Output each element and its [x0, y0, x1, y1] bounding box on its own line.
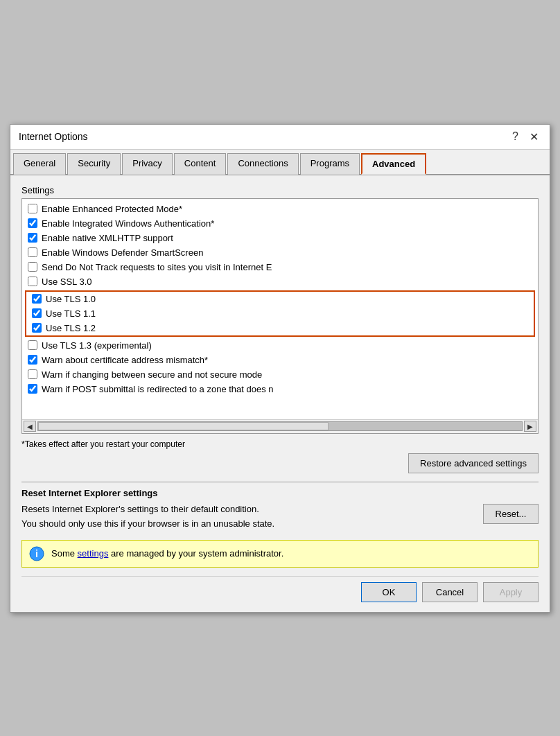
reset-section: Reset Internet Explorer settings Resets …	[21, 482, 539, 533]
setting-item-s6: Use SSL 3.0	[22, 274, 538, 289]
checkbox-s8[interactable]	[32, 308, 42, 318]
setting-item-s7: Use TLS 1.0	[26, 292, 534, 306]
title-bar: Internet Options ? ✕	[10, 125, 550, 150]
settings-group-label: Settings	[21, 185, 539, 195]
label-s9: Use TLS 1.2	[46, 323, 96, 333]
checkbox-s10[interactable]	[28, 340, 37, 350]
tab-security[interactable]: Security	[67, 153, 121, 175]
setting-item-s4: Enable Windows Defender SmartScreen	[22, 245, 538, 260]
reset-desc2: You should only use this if your browser…	[21, 518, 472, 529]
label-s1: Enable Enhanced Protected Mode*	[42, 204, 182, 214]
tab-general[interactable]: General	[13, 153, 66, 175]
setting-item-s13: Warn if POST submittal is redirected to …	[22, 382, 538, 396]
tab-bar: GeneralSecurityPrivacyContentConnections…	[10, 150, 550, 175]
setting-item-s5: Send Do Not Track requests to sites you …	[22, 260, 538, 274]
reset-text: Resets Internet Explorer's settings to t…	[21, 504, 472, 533]
checkbox-s9[interactable]	[32, 323, 42, 333]
info-bar-text: Some settings are managed by your system…	[51, 548, 283, 559]
restore-area: Restore advanced settings	[21, 453, 539, 473]
setting-item-s11: Warn about certificate address mismatch*	[22, 353, 538, 367]
label-s13: Warn if POST submittal is redirected to …	[42, 384, 274, 394]
checkbox-s4[interactable]	[28, 247, 37, 257]
label-s12: Warn if changing between secure and not …	[42, 369, 262, 380]
reset-button[interactable]: Reset...	[483, 504, 539, 524]
reset-section-title: Reset Internet Explorer settings	[21, 488, 539, 498]
checkbox-s1[interactable]	[28, 204, 37, 213]
checkbox-s6[interactable]	[28, 277, 37, 286]
setting-item-s2: Enable Integrated Windows Authentication…	[22, 216, 538, 231]
label-s11: Warn about certificate address mismatch*	[42, 355, 208, 365]
close-button[interactable]: ✕	[527, 130, 541, 143]
scroll-left-arrow[interactable]: ◀	[24, 421, 36, 432]
label-s4: Enable Windows Defender SmartScreen	[42, 247, 203, 258]
setting-item-s12: Warn if changing between secure and not …	[22, 367, 538, 382]
reset-row: Resets Internet Explorer's settings to t…	[21, 504, 539, 533]
setting-item-s9: Use TLS 1.2	[26, 321, 534, 335]
settings-box: Enable Enhanced Protected Mode*Enable In…	[21, 198, 539, 434]
reset-desc1: Resets Internet Explorer's settings to t…	[21, 504, 472, 514]
title-bar-controls: ? ✕	[509, 130, 541, 143]
restore-advanced-button[interactable]: Restore advanced settings	[408, 453, 539, 473]
label-s7: Use TLS 1.0	[46, 294, 96, 304]
checkbox-s13[interactable]	[28, 384, 37, 394]
scroll-right-arrow[interactable]: ▶	[524, 421, 536, 432]
checkbox-s5[interactable]	[28, 262, 37, 272]
tab-advanced[interactable]: Advanced	[361, 153, 426, 175]
checkbox-s12[interactable]	[28, 369, 37, 379]
dialog-title: Internet Options	[19, 131, 88, 142]
label-s10: Use TLS 1.3 (experimental)	[42, 340, 152, 351]
info-bar-post: are managed by your system administrator…	[108, 548, 283, 559]
cancel-button[interactable]: Cancel	[422, 582, 478, 602]
label-s6: Use SSL 3.0	[42, 277, 92, 287]
label-s2: Enable Integrated Windows Authentication…	[42, 218, 214, 229]
label-s8: Use TLS 1.1	[46, 308, 96, 319]
horizontal-scrollbar[interactable]: ◀ ▶	[22, 419, 538, 433]
setting-item-s3: Enable native XMLHTTP support	[22, 231, 538, 245]
setting-item-s8: Use TLS 1.1	[26, 306, 534, 321]
button-row: OK Cancel Apply	[21, 576, 539, 605]
setting-item-s1: Enable Enhanced Protected Mode*	[22, 202, 538, 216]
checkbox-s7[interactable]	[32, 294, 42, 304]
help-button[interactable]: ?	[509, 130, 521, 143]
scroll-track[interactable]	[37, 421, 523, 431]
scroll-thumb	[38, 422, 329, 430]
label-s5: Send Do Not Track requests to sites you …	[42, 262, 272, 272]
info-icon: i	[29, 546, 44, 561]
dialog-content: Settings Enable Enhanced Protected Mode*…	[10, 175, 550, 612]
svg-text:i: i	[35, 548, 38, 559]
setting-item-s10: Use TLS 1.3 (experimental)	[22, 338, 538, 353]
info-bar-pre: Some	[51, 548, 78, 559]
tab-programs[interactable]: Programs	[300, 153, 360, 175]
tls-highlight-group: Use TLS 1.0Use TLS 1.1Use TLS 1.2	[25, 290, 535, 337]
settings-link[interactable]: settings	[78, 548, 109, 559]
ok-button[interactable]: OK	[361, 582, 417, 602]
tab-content[interactable]: Content	[174, 153, 227, 175]
settings-list[interactable]: Enable Enhanced Protected Mode*Enable In…	[22, 199, 538, 419]
label-s3: Enable native XMLHTTP support	[42, 233, 173, 243]
apply-button[interactable]: Apply	[483, 582, 539, 602]
tab-connections[interactable]: Connections	[227, 153, 298, 175]
checkbox-s3[interactable]	[28, 233, 37, 243]
restart-info-text: *Takes effect after you restart your com…	[21, 439, 539, 449]
checkbox-s2[interactable]	[28, 218, 37, 228]
checkbox-s11[interactable]	[28, 355, 37, 365]
internet-options-dialog: Internet Options ? ✕ GeneralSecurityPriv…	[10, 124, 550, 613]
tab-privacy[interactable]: Privacy	[122, 153, 173, 175]
info-bar: i Some settings are managed by your syst…	[21, 540, 539, 568]
